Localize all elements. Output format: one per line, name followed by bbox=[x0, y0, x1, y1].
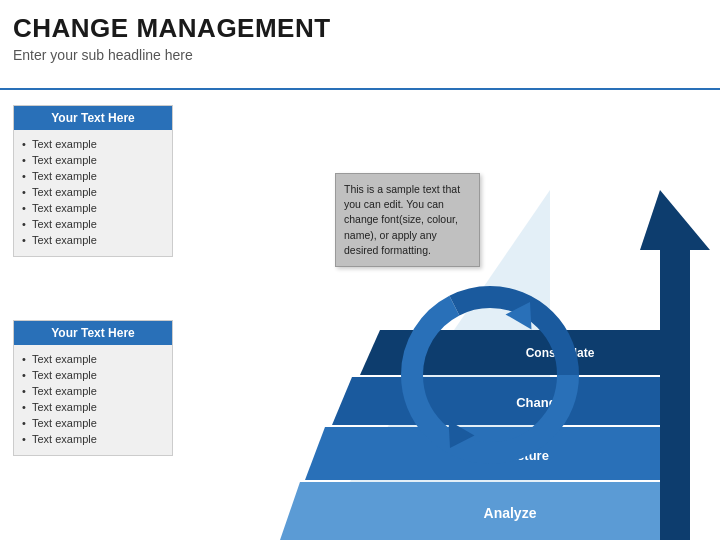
pyramid-layer-analyze bbox=[280, 482, 660, 540]
list-item: Text example bbox=[22, 351, 164, 367]
panel-bottom-body: Text example Text example Text example T… bbox=[14, 345, 172, 455]
list-item: Text example bbox=[22, 136, 164, 152]
list-item: Text example bbox=[22, 200, 164, 216]
list-item: Text example bbox=[22, 367, 164, 383]
list-item: Text example bbox=[22, 168, 164, 184]
list-item: Text example bbox=[22, 152, 164, 168]
list-item: Text example bbox=[22, 184, 164, 200]
panel-top-body: Text example Text example Text example T… bbox=[14, 130, 172, 256]
list-item: Text example bbox=[22, 415, 164, 431]
list-item: Text example bbox=[22, 431, 164, 447]
header-section: CHANGE MANAGEMENT Enter your sub headlin… bbox=[13, 14, 331, 63]
panel-top: Your Text Here Text example Text example… bbox=[13, 105, 173, 257]
panel-top-header: Your Text Here bbox=[14, 106, 172, 130]
pyramid-layer-change bbox=[332, 377, 660, 425]
sub-headline: Enter your sub headline here bbox=[13, 47, 331, 63]
note-text: This is a sample text that you can edit.… bbox=[344, 183, 460, 256]
layer-analyze-label: Analyze bbox=[484, 505, 537, 521]
page-title: CHANGE MANAGEMENT bbox=[13, 14, 331, 43]
panel-bottom: Your Text Here Text example Text example… bbox=[13, 320, 173, 456]
panel-bottom-header: Your Text Here bbox=[14, 321, 172, 345]
panel-bottom-list: Text example Text example Text example T… bbox=[22, 351, 164, 447]
diagram-svg: Analyze Structure Change Consolidate bbox=[200, 90, 720, 540]
panel-top-list: Text example Text example Text example T… bbox=[22, 136, 164, 248]
note-paper[interactable]: This is a sample text that you can edit.… bbox=[335, 173, 480, 267]
list-item: Text example bbox=[22, 216, 164, 232]
list-item: Text example bbox=[22, 383, 164, 399]
list-item: Text example bbox=[22, 399, 164, 415]
list-item: Text example bbox=[22, 232, 164, 248]
